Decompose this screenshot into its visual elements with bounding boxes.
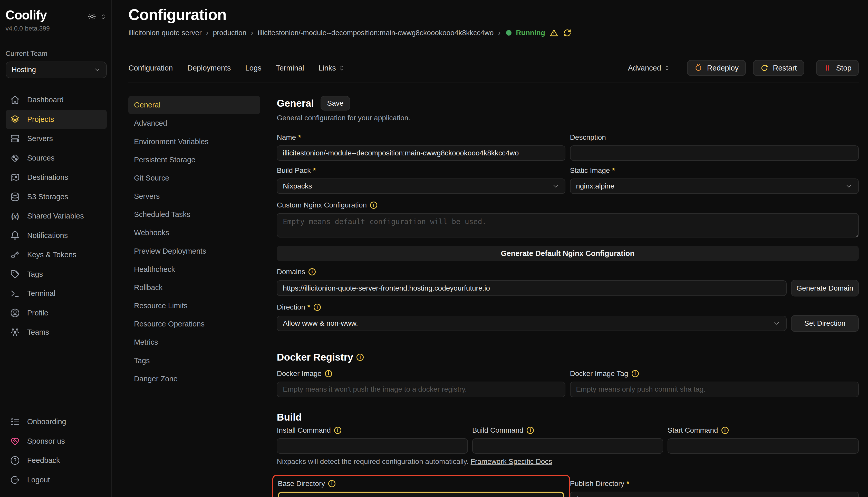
- info-icon[interactable]: i: [328, 480, 335, 487]
- team-select-value: Hosting: [12, 66, 36, 74]
- sidebar-item-s3-storages[interactable]: S3 Storages: [6, 187, 107, 206]
- build-command-input[interactable]: [472, 438, 663, 454]
- build-pack-select[interactable]: Nixpacks: [277, 179, 565, 194]
- sidebar-item-teams[interactable]: Teams: [6, 323, 107, 342]
- layers-icon: [10, 114, 20, 124]
- theme-selector-icon[interactable]: [100, 13, 107, 20]
- description-input[interactable]: [570, 145, 859, 161]
- advanced-menu[interactable]: Advanced: [628, 64, 670, 72]
- info-icon[interactable]: i: [721, 427, 729, 434]
- subnav-general[interactable]: General: [128, 96, 260, 114]
- info-icon[interactable]: i: [308, 268, 316, 275]
- info-icon[interactable]: i: [370, 202, 377, 209]
- breadcrumb-separator: ›: [206, 29, 208, 37]
- direction-label: Direction*i: [277, 303, 858, 311]
- subnav-metrics[interactable]: Metrics: [128, 333, 260, 351]
- sidebar-item-sources[interactable]: Sources: [6, 148, 107, 168]
- sidebar-item-onboarding[interactable]: Onboarding: [6, 412, 107, 431]
- redeploy-icon: [694, 64, 702, 72]
- subnav-environment-variables[interactable]: Environment Variables: [128, 132, 260, 151]
- sidebar-item-destinations[interactable]: Destinations: [6, 168, 107, 187]
- info-icon[interactable]: i: [357, 354, 364, 361]
- subnav-danger-zone[interactable]: Danger Zone: [128, 370, 260, 388]
- sidebar-item-profile[interactable]: Profile: [6, 303, 107, 322]
- subnav-git-source[interactable]: Git Source: [128, 169, 260, 187]
- subnav-persistent-storage[interactable]: Persistent Storage: [128, 151, 260, 169]
- sidebar-item-servers[interactable]: Servers: [6, 129, 107, 148]
- subnav-tags[interactable]: Tags: [128, 351, 260, 370]
- sidebar-item-notifications[interactable]: Notifications: [6, 226, 107, 245]
- custom-nginx-textarea[interactable]: [277, 213, 858, 238]
- docker-image-input[interactable]: [277, 382, 565, 397]
- sidebar-item-keys-tokens[interactable]: Keys & Tokens: [6, 245, 107, 265]
- sidebar-item-sponsor[interactable]: Sponsor us: [6, 431, 107, 451]
- subnav-rollback[interactable]: Rollback: [128, 279, 260, 297]
- custom-nginx-label: Custom Nginx Configurationi: [277, 201, 858, 209]
- sidebar-item-logout[interactable]: Logout: [6, 470, 107, 489]
- sidebar-item-feedback[interactable]: Feedback: [6, 451, 107, 470]
- info-icon[interactable]: i: [334, 427, 341, 434]
- tab-deployments[interactable]: Deployments: [187, 64, 231, 72]
- static-image-label: Static Image*: [570, 167, 859, 175]
- static-image-select[interactable]: nginx:alpine: [570, 179, 859, 194]
- publish-directory-input[interactable]: [570, 492, 859, 497]
- general-panel: General Save General configuration for y…: [277, 96, 858, 497]
- sidebar-item-label: Projects: [27, 115, 54, 124]
- generate-domain-button[interactable]: Generate Domain: [791, 280, 858, 296]
- subnav-resource-operations[interactable]: Resource Operations: [128, 315, 260, 333]
- subnav-servers[interactable]: Servers: [128, 187, 260, 205]
- domains-input[interactable]: [277, 280, 787, 296]
- breadcrumb-project[interactable]: illicitonion quote server: [128, 29, 202, 37]
- redeploy-button[interactable]: Redeploy: [687, 60, 746, 76]
- set-direction-button[interactable]: Set Direction: [791, 315, 858, 332]
- info-icon[interactable]: i: [527, 427, 534, 434]
- sidebar-nav: Dashboard Projects Servers Sources Desti…: [6, 90, 107, 342]
- description-label: Description: [570, 133, 859, 142]
- breadcrumb-environment[interactable]: production: [213, 29, 246, 37]
- tab-terminal[interactable]: Terminal: [276, 64, 304, 72]
- team-select[interactable]: Hosting: [6, 61, 107, 78]
- key-icon: [10, 250, 20, 260]
- sidebar-item-tags[interactable]: Tags: [6, 265, 107, 284]
- sidebar-item-projects[interactable]: Projects: [6, 110, 107, 129]
- status-running-link[interactable]: Running: [516, 29, 545, 37]
- tab-links[interactable]: Links: [318, 64, 345, 72]
- stop-button[interactable]: Stop: [816, 60, 858, 76]
- base-directory-input[interactable]: [278, 492, 564, 497]
- info-icon[interactable]: i: [314, 304, 321, 311]
- docker-image-tag-input[interactable]: [570, 382, 859, 397]
- tag-icon: [10, 269, 20, 279]
- subnav-webhooks[interactable]: Webhooks: [128, 224, 260, 242]
- start-command-input[interactable]: [667, 438, 858, 454]
- info-icon[interactable]: i: [325, 370, 332, 377]
- selector-icon: [338, 65, 345, 72]
- restart-icon: [760, 64, 768, 72]
- subnav-scheduled-tasks[interactable]: Scheduled Tasks: [128, 205, 260, 224]
- chevron-down-icon: [773, 320, 781, 327]
- framework-docs-link[interactable]: Framework Specific Docs: [471, 457, 552, 466]
- sidebar-item-shared-variables[interactable]: (x) Shared Variables: [6, 207, 107, 226]
- subnav-preview-deployments[interactable]: Preview Deployments: [128, 242, 260, 260]
- refresh-icon[interactable]: [563, 28, 572, 38]
- tab-configuration[interactable]: Configuration: [128, 64, 173, 72]
- theme-sun-icon[interactable]: [87, 12, 97, 21]
- breadcrumb: illicitonion quote server › production ›…: [128, 28, 858, 38]
- subnav-advanced[interactable]: Advanced: [128, 114, 260, 132]
- tab-logs[interactable]: Logs: [245, 64, 262, 72]
- info-icon[interactable]: i: [632, 370, 639, 377]
- subnav-healthcheck[interactable]: Healthcheck: [128, 260, 260, 278]
- warning-icon[interactable]: [550, 28, 559, 38]
- name-input[interactable]: [277, 145, 565, 161]
- required-asterisk: *: [626, 480, 629, 488]
- restart-button[interactable]: Restart: [753, 60, 804, 76]
- save-button[interactable]: Save: [320, 96, 350, 111]
- breadcrumb-application[interactable]: illicitestonion/-module--decomposition:m…: [258, 29, 494, 37]
- sidebar-item-label: Shared Variables: [27, 212, 84, 220]
- sidebar-item-terminal[interactable]: Terminal: [6, 284, 107, 303]
- direction-select[interactable]: Allow www & non-www.: [277, 316, 787, 331]
- generate-nginx-config-button[interactable]: Generate Default Nginx Configuration: [277, 246, 858, 261]
- install-command-input[interactable]: [277, 438, 468, 454]
- sidebar-item-dashboard[interactable]: Dashboard: [6, 90, 107, 110]
- terminal-icon: [10, 288, 20, 299]
- subnav-resource-limits[interactable]: Resource Limits: [128, 297, 260, 315]
